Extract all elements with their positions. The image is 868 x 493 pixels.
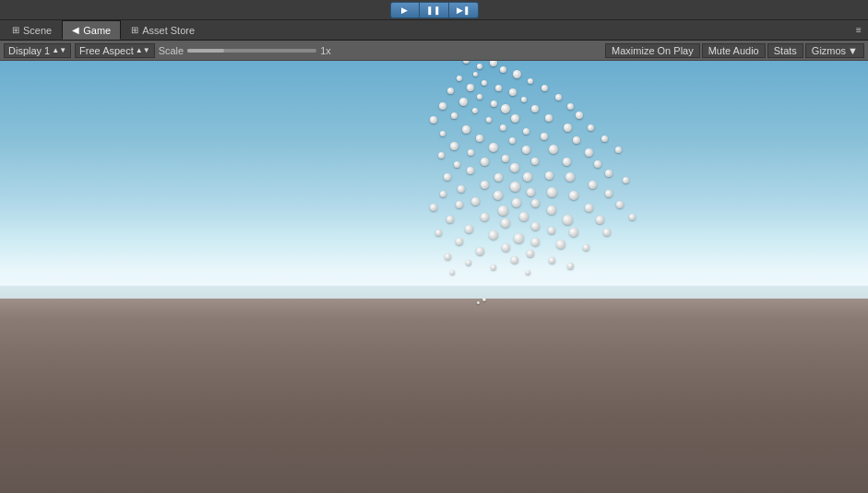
particle bbox=[458, 185, 465, 193]
particle bbox=[511, 114, 519, 123]
particle bbox=[522, 146, 530, 154]
particle bbox=[531, 158, 539, 165]
play-button[interactable]: ▶ bbox=[390, 2, 420, 18]
mute-audio-label: Mute Audio bbox=[708, 45, 759, 56]
particle bbox=[564, 123, 572, 132]
aspect-select[interactable]: Free Aspect ▲▼ bbox=[75, 43, 155, 58]
stats-button[interactable]: Stats bbox=[767, 43, 803, 58]
scale-slider[interactable] bbox=[187, 49, 316, 53]
particle bbox=[444, 173, 451, 181]
game-viewport bbox=[0, 61, 868, 493]
particle bbox=[494, 173, 503, 182]
assetstore-tab-label: Asset Store bbox=[142, 25, 195, 36]
particle bbox=[596, 216, 604, 224]
particle bbox=[531, 222, 540, 230]
maximize-on-play-label: Maximize On Play bbox=[612, 45, 694, 56]
particle bbox=[462, 125, 470, 134]
gizmos-button[interactable]: Gizmos ▼ bbox=[805, 43, 864, 58]
particle bbox=[527, 188, 535, 196]
stats-label: Stats bbox=[774, 45, 797, 56]
particle bbox=[467, 84, 474, 91]
particle bbox=[489, 143, 498, 152]
particle bbox=[500, 66, 506, 73]
tab-bar: ⊞ Scene ◀ Game ⊞ Asset Store ≡ bbox=[0, 20, 868, 41]
particle bbox=[498, 205, 508, 216]
scene-tab-label: Scene bbox=[23, 25, 52, 36]
maximize-on-play-button[interactable]: Maximize On Play bbox=[605, 43, 700, 58]
particle bbox=[547, 205, 556, 215]
particle bbox=[565, 172, 575, 182]
tab-assetstore[interactable]: ⊞ Asset Store bbox=[121, 20, 205, 40]
particle bbox=[502, 155, 509, 162]
particle bbox=[435, 229, 442, 236]
particle bbox=[473, 72, 478, 76]
top-toolbar: ▶ ❚❚ ▶❚ bbox=[0, 0, 868, 20]
particle bbox=[563, 215, 573, 225]
particle bbox=[511, 256, 518, 264]
particle bbox=[472, 108, 478, 113]
particle bbox=[549, 145, 558, 154]
particle bbox=[541, 133, 548, 140]
particle bbox=[531, 105, 539, 112]
particle bbox=[521, 97, 527, 102]
particle bbox=[563, 158, 571, 166]
particle bbox=[615, 147, 622, 153]
particle bbox=[545, 114, 553, 122]
mute-audio-button[interactable]: Mute Audio bbox=[702, 43, 766, 58]
scale-value: 1x bbox=[320, 45, 331, 56]
scene-tab-icon: ⊞ bbox=[12, 25, 19, 35]
particle bbox=[567, 103, 574, 110]
particle bbox=[523, 128, 529, 135]
particle bbox=[465, 225, 473, 233]
particle bbox=[466, 260, 471, 265]
secondary-toolbar: Display 1 ▲▼ Free Aspect ▲▼ Scale 1x Max… bbox=[0, 41, 868, 61]
pause-button[interactable]: ❚❚ bbox=[420, 2, 449, 18]
particle bbox=[513, 70, 521, 78]
game-tab-icon: ◀ bbox=[72, 25, 79, 35]
particle bbox=[583, 244, 589, 251]
particle bbox=[450, 142, 458, 150]
play-controls: ▶ ❚❚ ▶❚ bbox=[390, 2, 479, 18]
aspect-value: Free Aspect bbox=[79, 45, 134, 56]
particle bbox=[430, 204, 437, 211]
particle bbox=[468, 149, 474, 156]
particle bbox=[548, 227, 555, 234]
particle bbox=[481, 213, 489, 221]
particle bbox=[512, 198, 521, 207]
tab-game[interactable]: ◀ Game bbox=[62, 20, 121, 40]
particle bbox=[476, 247, 484, 255]
display-select[interactable]: Display 1 ▲▼ bbox=[4, 43, 71, 58]
particle bbox=[531, 199, 540, 207]
step-button[interactable]: ▶❚ bbox=[449, 2, 479, 18]
particle bbox=[555, 94, 562, 100]
particle bbox=[450, 270, 455, 275]
particle bbox=[547, 187, 557, 197]
particle bbox=[438, 152, 445, 158]
particle bbox=[501, 104, 510, 113]
particle bbox=[495, 85, 502, 91]
particle bbox=[588, 124, 594, 131]
scale-label: Scale bbox=[159, 45, 184, 56]
game-tab-label: Game bbox=[83, 25, 111, 36]
particle bbox=[482, 298, 486, 301]
particle bbox=[585, 204, 593, 212]
particle bbox=[491, 264, 496, 270]
particle bbox=[491, 100, 497, 107]
tab-menu-button[interactable]: ≡ bbox=[851, 22, 866, 37]
particle bbox=[526, 270, 530, 275]
particle bbox=[476, 135, 483, 142]
particle bbox=[482, 80, 487, 86]
aspect-select-arrow: ▲▼ bbox=[136, 46, 150, 54]
particle bbox=[456, 201, 463, 208]
particle bbox=[430, 116, 437, 123]
particle bbox=[463, 61, 470, 64]
particle bbox=[585, 148, 593, 157]
tab-scene[interactable]: ⊞ Scene bbox=[2, 20, 62, 40]
particle bbox=[486, 117, 492, 123]
particle bbox=[510, 182, 520, 192]
particle bbox=[456, 238, 463, 245]
particle bbox=[549, 257, 555, 264]
particle bbox=[502, 243, 510, 252]
particle bbox=[451, 112, 458, 119]
particle bbox=[457, 76, 462, 81]
